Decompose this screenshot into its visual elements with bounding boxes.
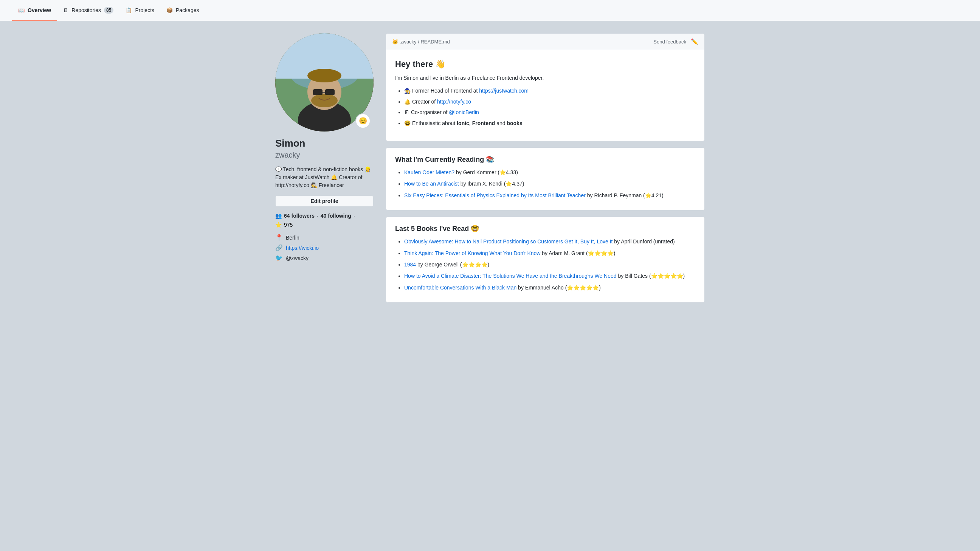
overview-icon: 📖 <box>18 7 25 13</box>
profile-name: Simon <box>275 138 374 149</box>
current-book-1: Kaufen Oder Mieten? by Gerd Kommer (⭐4.3… <box>404 168 695 176</box>
current-book-3: Six Easy Pieces: Essentials of Physics E… <box>404 191 695 200</box>
link-icon: 🔗 <box>275 244 283 251</box>
svg-rect-10 <box>325 89 335 95</box>
website-detail: 🔗 https://wicki.io <box>275 244 374 251</box>
stars-stats: ⭐ 975 <box>275 222 374 228</box>
tab-overview[interactable]: 📖 Overview <box>12 0 57 21</box>
repositories-icon: 🖥 <box>63 7 68 13</box>
currently-reading-title: What I'm Currently Reading 📚 <box>395 155 695 164</box>
smile-icon: 😊 <box>359 117 367 125</box>
readme-intro: I'm Simon and live in Berlin as a Freela… <box>395 74 695 82</box>
stars-count: 975 <box>284 222 293 228</box>
profile-bio: 💬 Tech, frontend & non-fiction books 👷 E… <box>275 165 374 189</box>
repositories-label: Repositories <box>72 7 101 13</box>
tab-projects[interactable]: 📋 Projects <box>119 0 160 21</box>
last-books-list: Obviously Awesome: How to Nail Product P… <box>395 237 695 292</box>
readme-actions: Send feedback ✏️ <box>653 38 698 45</box>
readme-bullet-3: 🗓 Co-organiser of @IonicBerlin <box>404 108 695 116</box>
readme-body: Hey there 👋 I'm Simon and live in Berlin… <box>386 50 705 141</box>
location-icon: 📍 <box>275 234 283 241</box>
following-link[interactable]: 40 following <box>321 213 351 219</box>
top-navigation: 📖 Overview 🖥 Repositories 85 📋 Projects … <box>0 0 980 21</box>
website-link[interactable]: https://wicki.io <box>286 245 319 251</box>
readme-breadcrumb-area: 🐱 zwacky / README.md <box>392 39 450 44</box>
twitter-icon: 🐦 <box>275 254 283 262</box>
followers-link[interactable]: 64 followers <box>284 213 315 219</box>
avatar-container: 😊 <box>275 33 374 132</box>
readme-greeting: Hey there 👋 <box>395 59 695 69</box>
edit-avatar-button[interactable]: 😊 <box>355 113 371 129</box>
readme-header: 🐱 zwacky / README.md Send feedback ✏️ <box>386 33 705 50</box>
twitter-detail: 🐦 @zwacky <box>275 254 374 262</box>
readme-cat-icon: 🐱 <box>392 39 398 44</box>
profile-username: zwacky <box>275 151 374 159</box>
last-book-2: Think Again: The Power of Knowing What Y… <box>404 249 695 257</box>
location-detail: 📍 Berlin <box>275 234 374 241</box>
people-icon: 👥 <box>275 213 282 219</box>
twitter-handle: @zwacky <box>286 255 309 261</box>
star-icon: ⭐ <box>275 222 282 228</box>
currently-reading-card: What I'm Currently Reading 📚 Kaufen Oder… <box>386 148 705 211</box>
tab-packages[interactable]: 📦 Packages <box>160 0 205 21</box>
current-book-2: How to Be an Antiracist by Ibram X. Kend… <box>404 179 695 188</box>
last-books-title: Last 5 Books I've Read 🤓 <box>395 224 695 233</box>
obviously-awesome-link[interactable]: Obviously Awesome: How to Nail Product P… <box>404 238 612 245</box>
projects-label: Projects <box>135 7 154 13</box>
svg-rect-9 <box>313 89 323 95</box>
readme-bullet-4: 🤓 Enthusiastic about Ionic, Frontend and… <box>404 119 695 127</box>
edit-profile-button[interactable]: Edit profile <box>275 195 374 207</box>
main-layout: 😊 Simon zwacky 💬 Tech, frontend & non-fi… <box>263 33 717 309</box>
readme-bullet-1: 🧙 Former Head of Frontend at https://jus… <box>404 87 695 95</box>
overview-label: Overview <box>28 7 51 13</box>
antiracist-link[interactable]: How to Be an Antiracist <box>404 181 459 187</box>
sixeasy-link[interactable]: Six Easy Pieces: Essentials of Physics E… <box>404 192 585 198</box>
packages-label: Packages <box>176 7 199 13</box>
last-book-4: How to Avoid a Climate Disaster: The Sol… <box>404 272 695 280</box>
justwatch-link[interactable]: https://justwatch.com <box>479 88 528 94</box>
last-books-card: Last 5 Books I've Read 🤓 Obviously Aweso… <box>386 216 705 303</box>
climate-disaster-link[interactable]: How to Avoid a Climate Disaster: The Sol… <box>404 273 617 279</box>
svg-point-7 <box>307 69 341 83</box>
last-book-5: Uncomfortable Conversations With a Black… <box>404 283 695 292</box>
kaufen-link[interactable]: Kaufen Oder Mieten? <box>404 169 455 175</box>
notyfy-link[interactable]: http://notyfy.co <box>437 98 471 105</box>
repositories-badge: 85 <box>104 7 113 14</box>
tab-repositories[interactable]: 🖥 Repositories 85 <box>57 0 119 21</box>
readme-bullets: 🧙 Former Head of Frontend at https://jus… <box>395 87 695 127</box>
followers-stats: 👥 64 followers · 40 following · <box>275 213 374 219</box>
currently-reading-list: Kaufen Oder Mieten? by Gerd Kommer (⭐4.3… <box>395 168 695 200</box>
readme-bullet-2: 🔔 Creator of http://notyfy.co <box>404 97 695 106</box>
nav-tabs: 📖 Overview 🖥 Repositories 85 📋 Projects … <box>12 0 205 21</box>
sidebar: 😊 Simon zwacky 💬 Tech, frontend & non-fi… <box>275 33 374 309</box>
send-feedback-link[interactable]: Send feedback <box>653 39 686 44</box>
1984-link[interactable]: 1984 <box>404 262 416 268</box>
readme-breadcrumb: zwacky / README.md <box>400 39 450 44</box>
location-text: Berlin <box>286 235 299 241</box>
projects-icon: 📋 <box>126 7 132 13</box>
think-again-link[interactable]: Think Again: The Power of Knowing What Y… <box>404 250 540 256</box>
packages-icon: 📦 <box>166 7 173 13</box>
uncomfortable-conversations-link[interactable]: Uncomfortable Conversations With a Black… <box>404 284 517 291</box>
last-book-1: Obviously Awesome: How to Nail Product P… <box>404 237 695 246</box>
ionic-link[interactable]: @IonicBerlin <box>449 109 479 115</box>
edit-pencil-icon[interactable]: ✏️ <box>691 38 698 45</box>
main-content: 🐱 zwacky / README.md Send feedback ✏️ He… <box>386 33 705 309</box>
last-book-3: 1984 by George Orwell (⭐⭐⭐⭐) <box>404 260 695 269</box>
readme-card: 🐱 zwacky / README.md Send feedback ✏️ He… <box>386 33 705 141</box>
